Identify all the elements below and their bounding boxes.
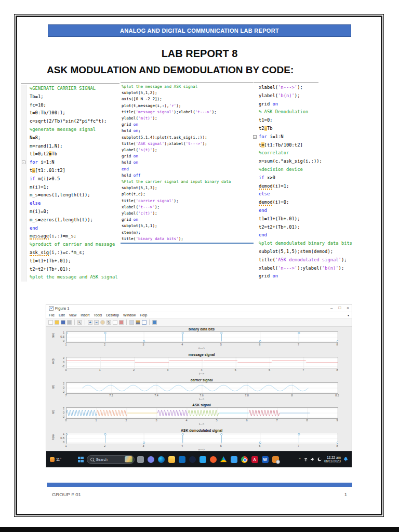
search-box[interactable]: Search bbox=[87, 455, 135, 464]
y-axis-label: c(t) bbox=[51, 384, 55, 389]
notification-bell-icon[interactable] bbox=[343, 457, 348, 462]
clock-widget[interactable]: 12:22 am 06/11/2023 bbox=[324, 456, 341, 463]
open-file-button[interactable] bbox=[55, 320, 59, 325]
google-drive-icon[interactable] bbox=[220, 456, 227, 463]
new-figure-button[interactable] bbox=[48, 320, 53, 325]
page-bottom-edge bbox=[0, 527, 399, 532]
x-tick-label: 2 bbox=[104, 444, 105, 447]
menu-overflow-icon[interactable]: ▾ bbox=[348, 313, 349, 317]
code-fold-icon[interactable] bbox=[253, 135, 257, 139]
wifi-icon[interactable] bbox=[303, 457, 308, 461]
code-line: plot(t,c); bbox=[121, 191, 254, 197]
menu-desktop[interactable]: Desktop bbox=[106, 313, 119, 317]
brave-icon[interactable] bbox=[210, 456, 217, 463]
weather-widget[interactable]: 11° bbox=[50, 457, 61, 462]
minimize-button[interactable]: – bbox=[330, 305, 332, 311]
word-icon[interactable]: W bbox=[262, 456, 269, 463]
code-line: grid on bbox=[121, 153, 254, 159]
y-tick-label: 0 bbox=[57, 411, 64, 414]
menu-view[interactable]: View bbox=[69, 313, 77, 317]
menu-help[interactable]: Help bbox=[140, 313, 147, 317]
toolbar-separator bbox=[149, 320, 150, 325]
plot-area bbox=[66, 331, 338, 343]
rotate-3d-button[interactable] bbox=[107, 320, 111, 325]
x-tick-label: 6 bbox=[259, 343, 260, 346]
y-tick-label: 0 bbox=[57, 361, 64, 364]
windows-logo-icon bbox=[78, 457, 84, 462]
x-tick-label: 7.2 bbox=[109, 394, 113, 397]
hidden-icons-chevron[interactable]: ^ bbox=[299, 457, 301, 461]
vscode-icon[interactable] bbox=[200, 456, 206, 463]
plot-area bbox=[66, 433, 338, 444]
x-tick-label: 7 bbox=[298, 343, 299, 346]
code-line: demod(i)=0; bbox=[254, 198, 358, 207]
menu-window[interactable]: Window bbox=[123, 313, 136, 317]
y-axis-label: b(n) bbox=[51, 434, 55, 440]
subplot-title: ASK demodulated signal bbox=[66, 428, 337, 433]
dock-figure-button[interactable] bbox=[152, 320, 157, 325]
task-view-icon[interactable] bbox=[137, 456, 144, 463]
x-tick-label: 1 bbox=[99, 368, 101, 371]
microsoft-store-icon[interactable] bbox=[179, 456, 185, 463]
brush-data-button[interactable] bbox=[119, 320, 124, 325]
code-fold-icon[interactable] bbox=[22, 161, 25, 164]
code-column-3: xlabel('n--->');ylabel('b(n)');grid on% … bbox=[254, 82, 358, 281]
x-tick-label: 3 bbox=[167, 368, 168, 371]
moon-icon[interactable] bbox=[317, 457, 322, 461]
insert-colorbar-button[interactable] bbox=[136, 320, 140, 325]
save-figure-button[interactable] bbox=[61, 320, 65, 325]
x-tick-label: 5 bbox=[220, 444, 222, 447]
mail-icon[interactable] bbox=[231, 456, 237, 463]
menu-edit[interactable]: Edit bbox=[59, 313, 65, 317]
y-tick-label: 2 bbox=[57, 407, 64, 410]
adobe-reader-icon[interactable]: A bbox=[251, 456, 258, 463]
insert-legend-button[interactable] bbox=[142, 320, 147, 325]
chat-icon[interactable] bbox=[148, 456, 154, 463]
x-tick-label: 4 bbox=[201, 368, 202, 371]
x-axis-label: n---> bbox=[66, 347, 337, 350]
pending-app-icon[interactable] bbox=[272, 456, 279, 463]
code-line: for i=1:N bbox=[21, 158, 119, 167]
code-line: plot(t,message(i,:),'r'); bbox=[121, 103, 254, 109]
chrome-icon[interactable] bbox=[241, 456, 248, 463]
figure-titlebar[interactable]: Figure 1 –□× bbox=[46, 304, 352, 312]
zoom-out-button[interactable] bbox=[94, 320, 99, 325]
steam-icon[interactable] bbox=[189, 456, 196, 463]
start-button[interactable] bbox=[77, 456, 84, 463]
edge-icon[interactable] bbox=[158, 456, 165, 463]
menu-tools[interactable]: Tools bbox=[94, 313, 102, 317]
x-tick-label: 2 bbox=[133, 368, 135, 371]
zoom-in-button[interactable] bbox=[88, 320, 92, 325]
code-line: if m(i)>0.5 bbox=[21, 175, 119, 183]
x-axis-label: t---> bbox=[66, 422, 337, 425]
close-button[interactable]: × bbox=[347, 305, 349, 311]
volume-icon[interactable] bbox=[311, 457, 315, 461]
code-line: demod(i)=1; bbox=[254, 182, 358, 191]
x-tick-label: 9 bbox=[336, 419, 338, 422]
code-line: title('binary data bits'); bbox=[121, 236, 254, 242]
link-plots-button[interactable] bbox=[129, 320, 134, 325]
x-tick-label: 7 bbox=[302, 368, 304, 371]
code-line: t=[t1:.01:t2] bbox=[21, 167, 119, 175]
edit-plot-button[interactable] bbox=[77, 320, 82, 325]
print-figure-button[interactable] bbox=[67, 320, 72, 325]
code-line: t1=0; bbox=[254, 116, 358, 125]
code-column-1: %GENERATE CARRIER SIGNALTb=1;fc=10;t=0:T… bbox=[21, 83, 119, 282]
menu-insert[interactable]: Insert bbox=[81, 313, 89, 317]
subplot-title: ASK signal bbox=[66, 403, 337, 407]
x-tick-label: 8 bbox=[336, 444, 338, 447]
restore-button[interactable]: □ bbox=[338, 305, 341, 311]
x-tick-label: 7 bbox=[298, 444, 299, 447]
y-tick-label: -2 bbox=[57, 390, 64, 393]
data-cursor-button[interactable] bbox=[113, 320, 117, 325]
y-tick-label: 1 bbox=[57, 331, 64, 334]
menu-file[interactable]: File bbox=[49, 313, 55, 317]
y-tick-label: 0 bbox=[57, 386, 64, 389]
file-explorer-icon[interactable] bbox=[168, 456, 175, 463]
x-tick-label: 1 bbox=[65, 343, 66, 346]
code-line: end bbox=[254, 231, 358, 240]
pan-button[interactable] bbox=[100, 320, 105, 325]
x-tick-label: 0 bbox=[65, 419, 66, 422]
x-tick-label: 6 bbox=[246, 419, 247, 422]
figure-app-icon bbox=[49, 306, 54, 311]
